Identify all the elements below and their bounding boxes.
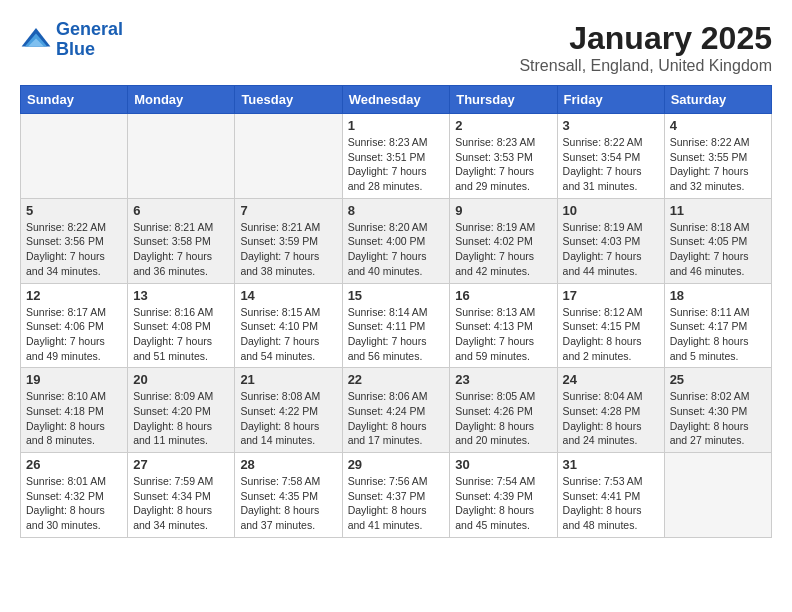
table-row: [128, 114, 235, 199]
day-number: 5: [26, 203, 122, 218]
header-thursday: Thursday: [450, 86, 557, 114]
day-number: 10: [563, 203, 659, 218]
day-info: Sunrise: 8:21 AMSunset: 3:58 PMDaylight:…: [133, 220, 229, 279]
day-number: 4: [670, 118, 766, 133]
day-number: 22: [348, 372, 445, 387]
header-friday: Friday: [557, 86, 664, 114]
calendar-week-row: 5Sunrise: 8:22 AMSunset: 3:56 PMDaylight…: [21, 198, 772, 283]
table-row: 27Sunrise: 7:59 AMSunset: 4:34 PMDayligh…: [128, 453, 235, 538]
day-info: Sunrise: 8:14 AMSunset: 4:11 PMDaylight:…: [348, 305, 445, 364]
table-row: 6Sunrise: 8:21 AMSunset: 3:58 PMDaylight…: [128, 198, 235, 283]
day-info: Sunrise: 8:22 AMSunset: 3:56 PMDaylight:…: [26, 220, 122, 279]
day-number: 20: [133, 372, 229, 387]
table-row: 31Sunrise: 7:53 AMSunset: 4:41 PMDayligh…: [557, 453, 664, 538]
table-row: 16Sunrise: 8:13 AMSunset: 4:13 PMDayligh…: [450, 283, 557, 368]
header-tuesday: Tuesday: [235, 86, 342, 114]
calendar-week-row: 12Sunrise: 8:17 AMSunset: 4:06 PMDayligh…: [21, 283, 772, 368]
day-info: Sunrise: 8:05 AMSunset: 4:26 PMDaylight:…: [455, 389, 551, 448]
day-number: 25: [670, 372, 766, 387]
day-info: Sunrise: 7:59 AMSunset: 4:34 PMDaylight:…: [133, 474, 229, 533]
table-row: 9Sunrise: 8:19 AMSunset: 4:02 PMDaylight…: [450, 198, 557, 283]
day-number: 16: [455, 288, 551, 303]
day-info: Sunrise: 8:23 AMSunset: 3:51 PMDaylight:…: [348, 135, 445, 194]
table-row: 10Sunrise: 8:19 AMSunset: 4:03 PMDayligh…: [557, 198, 664, 283]
day-info: Sunrise: 8:23 AMSunset: 3:53 PMDaylight:…: [455, 135, 551, 194]
table-row: 20Sunrise: 8:09 AMSunset: 4:20 PMDayligh…: [128, 368, 235, 453]
day-info: Sunrise: 8:06 AMSunset: 4:24 PMDaylight:…: [348, 389, 445, 448]
day-number: 14: [240, 288, 336, 303]
day-number: 12: [26, 288, 122, 303]
table-row: 18Sunrise: 8:11 AMSunset: 4:17 PMDayligh…: [664, 283, 771, 368]
day-info: Sunrise: 7:54 AMSunset: 4:39 PMDaylight:…: [455, 474, 551, 533]
calendar-week-row: 26Sunrise: 8:01 AMSunset: 4:32 PMDayligh…: [21, 453, 772, 538]
table-row: 12Sunrise: 8:17 AMSunset: 4:06 PMDayligh…: [21, 283, 128, 368]
day-info: Sunrise: 8:10 AMSunset: 4:18 PMDaylight:…: [26, 389, 122, 448]
day-info: Sunrise: 8:11 AMSunset: 4:17 PMDaylight:…: [670, 305, 766, 364]
table-row: 11Sunrise: 8:18 AMSunset: 4:05 PMDayligh…: [664, 198, 771, 283]
day-info: Sunrise: 8:15 AMSunset: 4:10 PMDaylight:…: [240, 305, 336, 364]
table-row: 7Sunrise: 8:21 AMSunset: 3:59 PMDaylight…: [235, 198, 342, 283]
table-row: 21Sunrise: 8:08 AMSunset: 4:22 PMDayligh…: [235, 368, 342, 453]
table-row: 29Sunrise: 7:56 AMSunset: 4:37 PMDayligh…: [342, 453, 450, 538]
day-info: Sunrise: 8:20 AMSunset: 4:00 PMDaylight:…: [348, 220, 445, 279]
logo-text: General Blue: [56, 20, 123, 60]
day-info: Sunrise: 8:04 AMSunset: 4:28 PMDaylight:…: [563, 389, 659, 448]
table-row: 15Sunrise: 8:14 AMSunset: 4:11 PMDayligh…: [342, 283, 450, 368]
day-info: Sunrise: 8:19 AMSunset: 4:02 PMDaylight:…: [455, 220, 551, 279]
day-number: 9: [455, 203, 551, 218]
table-row: 8Sunrise: 8:20 AMSunset: 4:00 PMDaylight…: [342, 198, 450, 283]
table-row: 25Sunrise: 8:02 AMSunset: 4:30 PMDayligh…: [664, 368, 771, 453]
calendar-week-row: 1Sunrise: 8:23 AMSunset: 3:51 PMDaylight…: [21, 114, 772, 199]
day-number: 21: [240, 372, 336, 387]
day-number: 24: [563, 372, 659, 387]
day-info: Sunrise: 8:21 AMSunset: 3:59 PMDaylight:…: [240, 220, 336, 279]
day-number: 7: [240, 203, 336, 218]
table-row: [21, 114, 128, 199]
header-monday: Monday: [128, 86, 235, 114]
day-number: 17: [563, 288, 659, 303]
day-number: 6: [133, 203, 229, 218]
day-info: Sunrise: 8:22 AMSunset: 3:55 PMDaylight:…: [670, 135, 766, 194]
page-header: General Blue January 2025 Strensall, Eng…: [20, 20, 772, 75]
day-info: Sunrise: 7:53 AMSunset: 4:41 PMDaylight:…: [563, 474, 659, 533]
logo: General Blue: [20, 20, 123, 60]
table-row: 22Sunrise: 8:06 AMSunset: 4:24 PMDayligh…: [342, 368, 450, 453]
day-info: Sunrise: 8:08 AMSunset: 4:22 PMDaylight:…: [240, 389, 336, 448]
day-number: 23: [455, 372, 551, 387]
day-info: Sunrise: 8:09 AMSunset: 4:20 PMDaylight:…: [133, 389, 229, 448]
day-number: 26: [26, 457, 122, 472]
day-number: 3: [563, 118, 659, 133]
table-row: [664, 453, 771, 538]
day-number: 19: [26, 372, 122, 387]
day-info: Sunrise: 8:22 AMSunset: 3:54 PMDaylight:…: [563, 135, 659, 194]
calendar-header-row: Sunday Monday Tuesday Wednesday Thursday…: [21, 86, 772, 114]
day-info: Sunrise: 8:13 AMSunset: 4:13 PMDaylight:…: [455, 305, 551, 364]
day-number: 28: [240, 457, 336, 472]
day-info: Sunrise: 7:58 AMSunset: 4:35 PMDaylight:…: [240, 474, 336, 533]
calendar: Sunday Monday Tuesday Wednesday Thursday…: [20, 85, 772, 538]
table-row: 26Sunrise: 8:01 AMSunset: 4:32 PMDayligh…: [21, 453, 128, 538]
day-info: Sunrise: 8:18 AMSunset: 4:05 PMDaylight:…: [670, 220, 766, 279]
title-block: January 2025 Strensall, England, United …: [519, 20, 772, 75]
table-row: 2Sunrise: 8:23 AMSunset: 3:53 PMDaylight…: [450, 114, 557, 199]
table-row: 30Sunrise: 7:54 AMSunset: 4:39 PMDayligh…: [450, 453, 557, 538]
table-row: 13Sunrise: 8:16 AMSunset: 4:08 PMDayligh…: [128, 283, 235, 368]
day-info: Sunrise: 8:19 AMSunset: 4:03 PMDaylight:…: [563, 220, 659, 279]
day-info: Sunrise: 8:16 AMSunset: 4:08 PMDaylight:…: [133, 305, 229, 364]
month-title: January 2025: [519, 20, 772, 57]
day-info: Sunrise: 8:02 AMSunset: 4:30 PMDaylight:…: [670, 389, 766, 448]
day-number: 30: [455, 457, 551, 472]
day-number: 15: [348, 288, 445, 303]
table-row: 23Sunrise: 8:05 AMSunset: 4:26 PMDayligh…: [450, 368, 557, 453]
table-row: 19Sunrise: 8:10 AMSunset: 4:18 PMDayligh…: [21, 368, 128, 453]
header-sunday: Sunday: [21, 86, 128, 114]
day-number: 13: [133, 288, 229, 303]
table-row: 28Sunrise: 7:58 AMSunset: 4:35 PMDayligh…: [235, 453, 342, 538]
header-saturday: Saturday: [664, 86, 771, 114]
day-number: 2: [455, 118, 551, 133]
day-info: Sunrise: 7:56 AMSunset: 4:37 PMDaylight:…: [348, 474, 445, 533]
header-wednesday: Wednesday: [342, 86, 450, 114]
table-row: 1Sunrise: 8:23 AMSunset: 3:51 PMDaylight…: [342, 114, 450, 199]
day-number: 1: [348, 118, 445, 133]
day-number: 8: [348, 203, 445, 218]
